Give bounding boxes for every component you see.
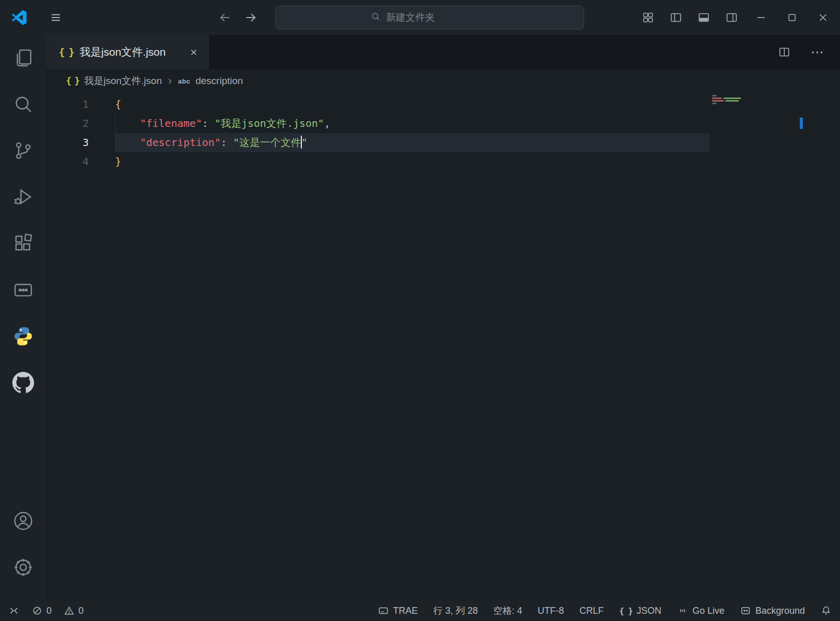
toggle-panel-icon[interactable] [693, 7, 714, 28]
overview-ruler-mark [800, 118, 803, 129]
tab-label: 我是json文件.json [79, 45, 166, 59]
github-icon[interactable] [11, 370, 36, 395]
code-line[interactable]: 1{ [46, 95, 709, 114]
forward-icon[interactable] [240, 7, 261, 28]
code-token: " [301, 136, 308, 149]
main-area: { } 我是json文件.json ⋯ { } 我是js [0, 35, 840, 600]
tab-json-file[interactable]: { } 我是json文件.json [46, 35, 209, 69]
minimize-icon[interactable] [749, 6, 773, 29]
encoding[interactable]: UTF-8 [538, 606, 564, 616]
back-icon[interactable] [215, 7, 235, 28]
code-token: : [202, 117, 215, 129]
search-sidebar-icon[interactable] [11, 92, 36, 117]
command-center[interactable] [276, 6, 584, 29]
app-window: { } 我是json文件.json ⋯ { } 我是js [0, 0, 840, 621]
line-number[interactable]: 2 [46, 114, 89, 133]
settings-gear-icon[interactable] [11, 555, 36, 580]
titlebar-left [0, 7, 170, 28]
screen-dots-icon[interactable] [11, 277, 36, 302]
code-token [115, 136, 140, 149]
code-lines: 1{2 "filename": "我是json文件.json",3 "descr… [46, 95, 709, 171]
go-live[interactable]: Go Live [677, 605, 724, 616]
code-editor[interactable]: 1{2 "filename": "我是json文件.json",3 "descr… [46, 93, 840, 600]
split-editor-icon[interactable] [774, 42, 795, 62]
breadcrumb-file[interactable]: 我是json文件.json [84, 74, 162, 88]
titlebar-center [170, 6, 638, 29]
customize-layout-icon[interactable] [638, 7, 658, 28]
remote-indicator-icon[interactable] [8, 605, 20, 616]
eol-sequence[interactable]: CRLF [579, 606, 604, 616]
search-input[interactable] [386, 12, 489, 23]
breadcrumb-symbol[interactable]: description [196, 75, 243, 87]
code-token: , [324, 117, 330, 129]
close-window-icon[interactable] [811, 6, 835, 29]
run-debug-icon[interactable] [11, 185, 36, 209]
language-mode[interactable]: { } JSON [619, 606, 661, 616]
titlebar-right [638, 6, 840, 29]
code-token: : [221, 136, 233, 149]
breadcrumb: { } 我是json文件.json › abc description [46, 69, 840, 93]
trae-icon [378, 605, 389, 616]
menu-icon[interactable] [45, 7, 66, 28]
line-content: "filename": "我是json文件.json", [115, 114, 709, 133]
status-right: TRAE 行 3, 列 28 空格: 4 UTF-8 CRLF { } JSON… [378, 604, 832, 617]
line-number[interactable]: 3 [46, 133, 89, 152]
code-line[interactable]: 2 "filename": "我是json文件.json", [46, 114, 709, 133]
toggle-secondary-sidebar-icon[interactable] [721, 7, 742, 28]
tab-bar: { } 我是json文件.json ⋯ [46, 35, 840, 69]
code-token: { [115, 98, 121, 110]
json-file-icon: { } [66, 76, 79, 86]
code-token: "我是json文件.json" [215, 117, 324, 129]
error-count: 0 [46, 606, 52, 616]
line-content: "description": "这是一个文件" [115, 133, 709, 152]
json-file-icon: { } [59, 46, 73, 58]
activity-bar [0, 35, 46, 600]
line-number[interactable]: 4 [46, 152, 89, 171]
symbol-string-icon: abc [178, 77, 190, 85]
line-content: { [115, 95, 709, 114]
background-task[interactable]: Background [740, 605, 805, 616]
extensions-icon[interactable] [11, 231, 36, 256]
code-line[interactable]: 4} [46, 152, 709, 171]
account-icon[interactable] [11, 509, 36, 533]
source-control-icon[interactable] [11, 138, 36, 163]
trae-indicator[interactable]: TRAE [378, 605, 418, 616]
minimap[interactable] [712, 95, 749, 104]
line-content: } [115, 152, 709, 171]
more-actions-icon[interactable]: ⋯ [807, 42, 828, 62]
code-token: } [115, 155, 121, 168]
warning-count: 0 [78, 606, 84, 616]
code-line[interactable]: 3 "description": "这是一个文件" [46, 133, 709, 152]
code-token: "这是一个文件 [233, 136, 301, 149]
explorer-icon[interactable] [11, 45, 36, 70]
indentation[interactable]: 空格: 4 [493, 604, 522, 617]
search-icon [370, 11, 381, 24]
editor-actions: ⋯ [774, 35, 840, 69]
line-number[interactable]: 1 [46, 95, 89, 114]
toggle-primary-sidebar-icon[interactable] [666, 7, 686, 28]
app-logo-icon [10, 9, 28, 26]
status-left: 0 0 [8, 605, 84, 616]
broadcast-icon [677, 605, 688, 616]
python-icon[interactable] [11, 324, 36, 349]
code-token: "description" [140, 136, 221, 149]
json-braces-icon: { } [619, 606, 633, 616]
maximize-icon[interactable] [780, 6, 804, 29]
warning-icon [64, 606, 74, 616]
status-bar: 0 0 TRAE 行 3, 列 28 空格: 4 UTF-8 CRLF { } [0, 600, 840, 621]
problems-indicator[interactable]: 0 0 [32, 606, 84, 616]
chevron-right-icon: › [167, 75, 173, 87]
background-icon [740, 605, 751, 616]
cursor-position[interactable]: 行 3, 列 28 [433, 604, 478, 617]
code-token: "filename" [140, 117, 202, 129]
code-token [115, 117, 140, 129]
notifications-bell-icon[interactable] [820, 605, 832, 616]
error-icon [32, 606, 42, 616]
editor-group: { } 我是json文件.json ⋯ { } 我是js [46, 35, 840, 600]
titlebar [0, 0, 840, 35]
close-tab-icon[interactable] [186, 45, 201, 59]
